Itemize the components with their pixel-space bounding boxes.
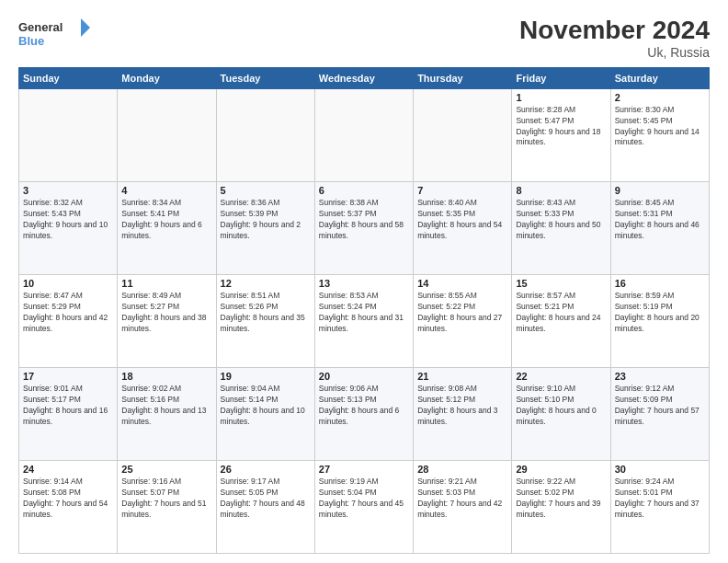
day-number: 2 xyxy=(615,92,705,103)
day-info: Sunrise: 9:08 AM Sunset: 5:12 PM Dayligh… xyxy=(417,384,507,428)
header-row: Sunday Monday Tuesday Wednesday Thursday… xyxy=(19,67,710,88)
day-info: Sunrise: 9:14 AM Sunset: 5:08 PM Dayligh… xyxy=(23,477,113,521)
day-info: Sunrise: 9:22 AM Sunset: 5:02 PM Dayligh… xyxy=(516,477,606,521)
day-number: 27 xyxy=(319,464,409,475)
day-number: 23 xyxy=(615,371,705,382)
table-row: 27Sunrise: 9:19 AM Sunset: 5:04 PM Dayli… xyxy=(314,460,413,553)
col-saturday: Saturday xyxy=(610,67,709,88)
day-number: 14 xyxy=(417,278,507,289)
day-info: Sunrise: 8:51 AM Sunset: 5:26 PM Dayligh… xyxy=(221,291,311,335)
header: General Blue November 2024 Uk, Russia xyxy=(18,17,710,60)
day-number: 24 xyxy=(23,464,113,475)
logo-svg: General Blue xyxy=(18,17,92,50)
table-row xyxy=(19,88,118,181)
week-row-3: 10Sunrise: 8:47 AM Sunset: 5:29 PM Dayli… xyxy=(19,274,710,367)
day-number: 12 xyxy=(221,278,311,289)
table-row: 5Sunrise: 8:36 AM Sunset: 5:39 PM Daylig… xyxy=(216,181,314,274)
table-row: 13Sunrise: 8:53 AM Sunset: 5:24 PM Dayli… xyxy=(314,274,413,367)
col-thursday: Thursday xyxy=(414,67,512,88)
day-number: 13 xyxy=(319,278,409,289)
day-number: 30 xyxy=(615,464,705,475)
day-number: 19 xyxy=(221,371,311,382)
day-number: 26 xyxy=(221,464,311,475)
table-row xyxy=(314,88,413,181)
logo: General Blue xyxy=(18,17,92,50)
day-info: Sunrise: 8:40 AM Sunset: 5:35 PM Dayligh… xyxy=(417,198,507,242)
week-row-2: 3Sunrise: 8:32 AM Sunset: 5:43 PM Daylig… xyxy=(19,181,710,274)
day-info: Sunrise: 8:53 AM Sunset: 5:24 PM Dayligh… xyxy=(319,291,409,335)
week-row-4: 17Sunrise: 9:01 AM Sunset: 5:17 PM Dayli… xyxy=(19,367,710,460)
day-info: Sunrise: 8:59 AM Sunset: 5:19 PM Dayligh… xyxy=(615,291,705,335)
day-info: Sunrise: 8:38 AM Sunset: 5:37 PM Dayligh… xyxy=(319,198,409,242)
day-info: Sunrise: 8:45 AM Sunset: 5:31 PM Dayligh… xyxy=(615,198,705,242)
col-tuesday: Tuesday xyxy=(216,67,314,88)
col-friday: Friday xyxy=(512,67,610,88)
title-block: November 2024 Uk, Russia xyxy=(519,17,710,60)
table-row: 10Sunrise: 8:47 AM Sunset: 5:29 PM Dayli… xyxy=(19,274,118,367)
table-row: 11Sunrise: 8:49 AM Sunset: 5:27 PM Dayli… xyxy=(118,274,216,367)
table-row: 18Sunrise: 9:02 AM Sunset: 5:16 PM Dayli… xyxy=(118,367,216,460)
day-info: Sunrise: 9:01 AM Sunset: 5:17 PM Dayligh… xyxy=(23,384,113,428)
table-row: 4Sunrise: 8:34 AM Sunset: 5:41 PM Daylig… xyxy=(118,181,216,274)
month-title: November 2024 xyxy=(519,17,710,45)
calendar-table: Sunday Monday Tuesday Wednesday Thursday… xyxy=(18,67,710,554)
table-row: 21Sunrise: 9:08 AM Sunset: 5:12 PM Dayli… xyxy=(414,367,512,460)
table-row: 7Sunrise: 8:40 AM Sunset: 5:35 PM Daylig… xyxy=(414,181,512,274)
page: General Blue November 2024 Uk, Russia Su… xyxy=(0,0,728,563)
day-number: 15 xyxy=(516,278,606,289)
day-info: Sunrise: 9:12 AM Sunset: 5:09 PM Dayligh… xyxy=(615,384,705,428)
svg-text:Blue: Blue xyxy=(18,34,44,48)
day-number: 22 xyxy=(516,371,606,382)
day-number: 6 xyxy=(319,185,409,196)
table-row: 8Sunrise: 8:43 AM Sunset: 5:33 PM Daylig… xyxy=(512,181,610,274)
table-row: 12Sunrise: 8:51 AM Sunset: 5:26 PM Dayli… xyxy=(216,274,314,367)
day-info: Sunrise: 9:21 AM Sunset: 5:03 PM Dayligh… xyxy=(417,477,507,521)
day-number: 20 xyxy=(319,371,409,382)
day-number: 9 xyxy=(615,185,705,196)
svg-marker-2 xyxy=(81,18,90,37)
day-info: Sunrise: 8:43 AM Sunset: 5:33 PM Dayligh… xyxy=(516,198,606,242)
table-row: 20Sunrise: 9:06 AM Sunset: 5:13 PM Dayli… xyxy=(314,367,413,460)
day-number: 28 xyxy=(417,464,507,475)
day-number: 8 xyxy=(516,185,606,196)
day-number: 21 xyxy=(417,371,507,382)
table-row: 28Sunrise: 9:21 AM Sunset: 5:03 PM Dayli… xyxy=(414,460,512,553)
table-row: 1Sunrise: 8:28 AM Sunset: 5:47 PM Daylig… xyxy=(512,88,610,181)
table-row: 14Sunrise: 8:55 AM Sunset: 5:22 PM Dayli… xyxy=(414,274,512,367)
table-row xyxy=(414,88,512,181)
day-info: Sunrise: 9:06 AM Sunset: 5:13 PM Dayligh… xyxy=(319,384,409,428)
day-info: Sunrise: 9:16 AM Sunset: 5:07 PM Dayligh… xyxy=(121,477,211,521)
day-number: 7 xyxy=(417,185,507,196)
day-info: Sunrise: 8:55 AM Sunset: 5:22 PM Dayligh… xyxy=(417,291,507,335)
week-row-1: 1Sunrise: 8:28 AM Sunset: 5:47 PM Daylig… xyxy=(19,88,710,181)
day-number: 10 xyxy=(23,278,113,289)
table-row: 24Sunrise: 9:14 AM Sunset: 5:08 PM Dayli… xyxy=(19,460,118,553)
table-row: 6Sunrise: 8:38 AM Sunset: 5:37 PM Daylig… xyxy=(314,181,413,274)
day-info: Sunrise: 8:34 AM Sunset: 5:41 PM Dayligh… xyxy=(121,198,211,242)
day-info: Sunrise: 9:04 AM Sunset: 5:14 PM Dayligh… xyxy=(221,384,311,428)
day-number: 29 xyxy=(516,464,606,475)
day-number: 4 xyxy=(121,185,211,196)
day-info: Sunrise: 8:28 AM Sunset: 5:47 PM Dayligh… xyxy=(516,105,606,149)
table-row: 9Sunrise: 8:45 AM Sunset: 5:31 PM Daylig… xyxy=(610,181,709,274)
table-row xyxy=(118,88,216,181)
svg-text:General: General xyxy=(18,20,63,34)
day-number: 16 xyxy=(615,278,705,289)
table-row: 19Sunrise: 9:04 AM Sunset: 5:14 PM Dayli… xyxy=(216,367,314,460)
day-info: Sunrise: 8:36 AM Sunset: 5:39 PM Dayligh… xyxy=(221,198,311,242)
day-info: Sunrise: 9:02 AM Sunset: 5:16 PM Dayligh… xyxy=(121,384,211,428)
table-row xyxy=(216,88,314,181)
day-number: 18 xyxy=(121,371,211,382)
week-row-5: 24Sunrise: 9:14 AM Sunset: 5:08 PM Dayli… xyxy=(19,460,710,553)
col-sunday: Sunday xyxy=(19,67,118,88)
day-info: Sunrise: 8:57 AM Sunset: 5:21 PM Dayligh… xyxy=(516,291,606,335)
day-number: 3 xyxy=(23,185,113,196)
table-row: 25Sunrise: 9:16 AM Sunset: 5:07 PM Dayli… xyxy=(118,460,216,553)
day-info: Sunrise: 9:24 AM Sunset: 5:01 PM Dayligh… xyxy=(615,477,705,521)
day-number: 11 xyxy=(121,278,211,289)
table-row: 2Sunrise: 8:30 AM Sunset: 5:45 PM Daylig… xyxy=(610,88,709,181)
day-number: 1 xyxy=(516,92,606,103)
table-row: 26Sunrise: 9:17 AM Sunset: 5:05 PM Dayli… xyxy=(216,460,314,553)
day-number: 5 xyxy=(221,185,311,196)
day-info: Sunrise: 8:47 AM Sunset: 5:29 PM Dayligh… xyxy=(23,291,113,335)
